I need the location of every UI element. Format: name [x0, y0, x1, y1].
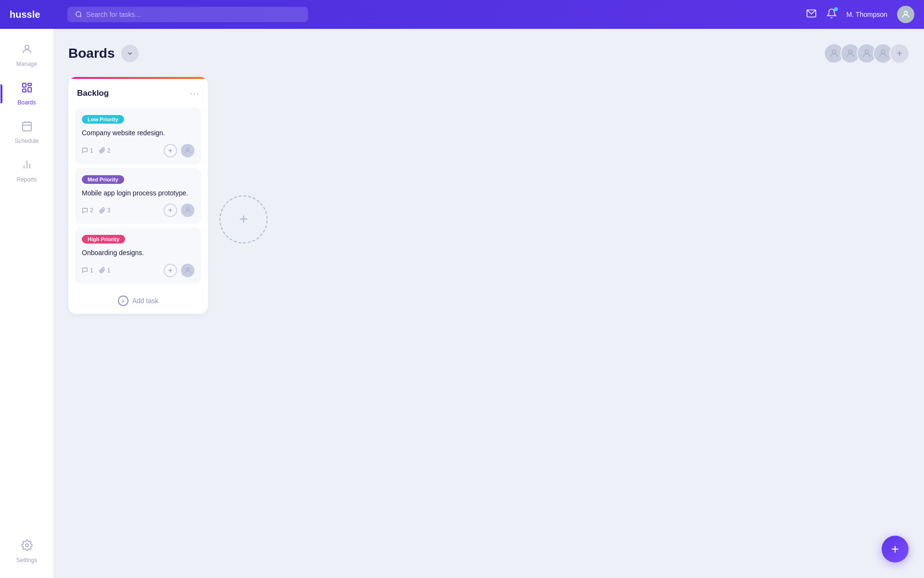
task-assign-button-1[interactable]: +	[164, 144, 177, 157]
page-header: Boards +	[68, 43, 910, 64]
page-header-left: Boards	[68, 45, 139, 62]
settings-label: Settings	[16, 557, 37, 564]
task-meta-3: 1 1	[82, 267, 110, 274]
topnav: hussle M. Thompson	[0, 0, 924, 29]
task-avatar-2[interactable]	[181, 204, 194, 217]
task-avatar-1[interactable]	[181, 144, 194, 157]
svg-point-22	[186, 208, 189, 210]
column-title: Backlog	[77, 89, 109, 98]
svg-point-20	[881, 50, 885, 53]
schedule-icon	[21, 120, 33, 135]
task-attachments-1: 2	[99, 147, 111, 154]
priority-badge-med: Med Priority	[82, 175, 124, 184]
user-avatar[interactable]	[897, 6, 914, 23]
sidebar-item-boards[interactable]: Boards	[5, 77, 49, 111]
svg-point-16	[26, 544, 28, 547]
board-area: Backlog ⋯ Low Priority Company website r…	[68, 77, 910, 314]
svg-point-0	[76, 12, 81, 16]
task-card-3: High Priority Onboarding designs. 1 1	[75, 228, 201, 284]
task-footer-1: 1 2 +	[82, 144, 194, 157]
task-attachments-3: 1	[99, 267, 111, 274]
add-task-label: Add task	[132, 297, 158, 305]
task-card-1: Low Priority Company website redesign. 1…	[75, 108, 201, 164]
fab-icon: +	[891, 541, 899, 557]
task-actions-2: +	[164, 204, 194, 217]
reports-icon	[21, 159, 33, 173]
svg-point-4	[25, 45, 29, 49]
svg-rect-9	[23, 122, 31, 131]
member-avatars: +	[824, 43, 910, 64]
manage-label: Manage	[16, 61, 37, 67]
add-member-button[interactable]: +	[889, 43, 910, 64]
search-icon	[75, 11, 82, 18]
add-column-icon: +	[239, 210, 248, 228]
schedule-label: Schedule	[14, 138, 38, 144]
task-assign-button-2[interactable]: +	[164, 204, 177, 217]
search-input[interactable]	[86, 11, 300, 18]
manage-icon	[21, 43, 33, 58]
task-footer-3: 1 1 +	[82, 264, 194, 277]
boards-dropdown-button[interactable]	[121, 45, 139, 62]
task-attachments-2: 3	[99, 207, 111, 214]
task-actions-3: +	[164, 264, 194, 277]
svg-rect-8	[23, 89, 26, 92]
search-bar[interactable]	[67, 7, 308, 22]
task-meta-1: 1 2	[82, 147, 110, 154]
svg-point-17	[832, 50, 835, 53]
boards-label: Boards	[17, 99, 36, 106]
priority-badge-low: Low Priority	[82, 115, 124, 124]
board-column-backlog: Backlog ⋯ Low Priority Company website r…	[68, 77, 208, 314]
task-footer-2: 2 3 +	[82, 204, 194, 217]
mail-icon[interactable]	[806, 8, 817, 21]
svg-point-18	[848, 50, 852, 53]
sidebar-item-manage[interactable]: Manage	[5, 39, 49, 72]
task-card-2: Med Priority Mobile app login process pr…	[75, 168, 201, 224]
page-title: Boards	[68, 46, 115, 61]
page-header-right: +	[824, 43, 910, 64]
fab-button[interactable]: +	[882, 536, 909, 563]
app-logo: hussle	[10, 9, 53, 20]
svg-point-3	[904, 11, 908, 14]
task-comments-3: 1	[82, 267, 93, 274]
svg-line-1	[80, 16, 82, 17]
task-actions-1: +	[164, 144, 194, 157]
task-assign-button-3[interactable]: +	[164, 264, 177, 277]
add-column-button[interactable]: +	[219, 195, 268, 244]
task-avatar-3[interactable]	[181, 264, 194, 277]
svg-point-21	[186, 148, 189, 150]
column-menu-button[interactable]: ⋯	[190, 88, 199, 99]
task-attachments-count-2: 3	[107, 207, 111, 214]
sidebar-item-schedule[interactable]: Schedule	[5, 116, 49, 149]
task-title-2: Mobile app login process prototype.	[82, 189, 194, 198]
user-name[interactable]: M. Thompson	[847, 11, 887, 18]
settings-icon	[21, 539, 33, 554]
task-comments-2: 2	[82, 207, 93, 214]
task-comments-count-2: 2	[90, 207, 93, 214]
task-title-3: Onboarding designs.	[82, 248, 194, 258]
sidebar-item-reports[interactable]: Reports	[5, 154, 49, 188]
task-meta-2: 2 3	[82, 207, 110, 214]
add-task-icon: +	[118, 295, 128, 306]
task-comments-count-3: 1	[90, 267, 93, 274]
svg-rect-7	[28, 88, 31, 92]
task-attachments-count-3: 1	[107, 267, 111, 274]
svg-point-19	[865, 50, 868, 53]
main-content: Boards +	[54, 29, 924, 578]
notification-dot	[834, 7, 838, 11]
task-attachments-count-1: 2	[107, 147, 111, 154]
column-header: Backlog ⋯	[68, 79, 208, 104]
topnav-right: M. Thompson	[806, 6, 914, 23]
reports-label: Reports	[16, 176, 37, 183]
sidebar: Manage Boards Schedule Reports Settings	[0, 29, 54, 578]
add-task-button[interactable]: + Add task	[68, 288, 208, 314]
svg-rect-6	[28, 83, 31, 86]
boards-icon	[21, 82, 33, 96]
task-title-1: Company website redesign.	[82, 128, 194, 138]
task-comments-count-1: 1	[90, 147, 93, 154]
priority-badge-high: High Priority	[82, 235, 125, 244]
notification-icon[interactable]	[826, 8, 837, 21]
svg-rect-5	[23, 83, 26, 87]
sidebar-item-settings[interactable]: Settings	[5, 535, 49, 568]
task-comments-1: 1	[82, 147, 93, 154]
svg-point-23	[186, 268, 189, 270]
